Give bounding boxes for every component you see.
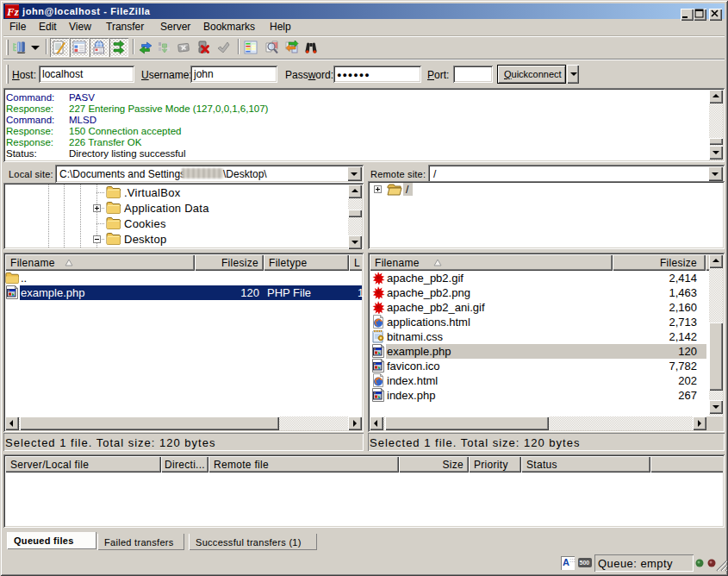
svg-text:Fz: Fz	[6, 5, 19, 18]
